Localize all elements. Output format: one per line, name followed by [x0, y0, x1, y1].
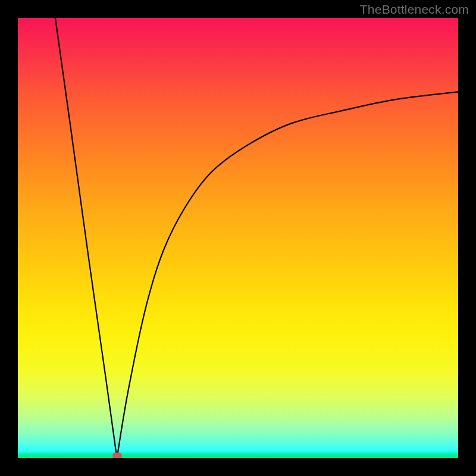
chart-frame: TheBottleneck.com [0, 0, 476, 476]
plot-area [18, 18, 458, 458]
watermark-text: TheBottleneck.com [360, 2, 469, 17]
optimum-marker [112, 453, 122, 458]
bottleneck-curve [55, 18, 458, 458]
curve-svg [18, 18, 458, 458]
